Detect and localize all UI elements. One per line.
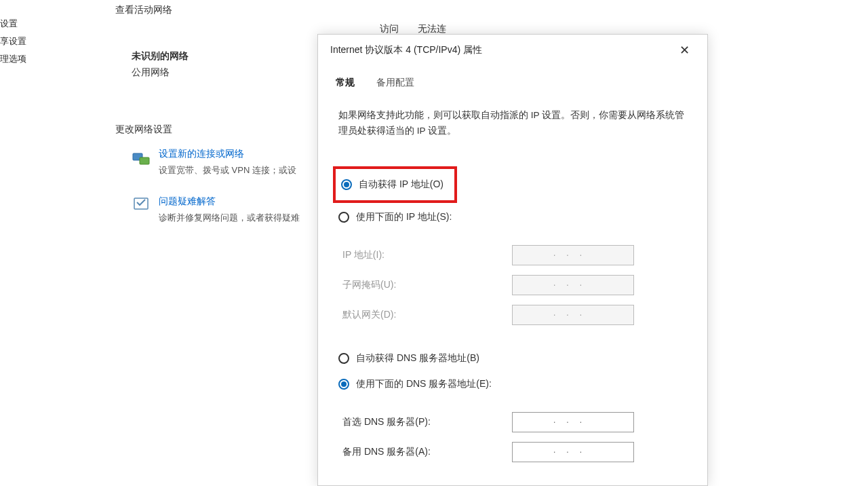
dns-radio-group: 自动获得 DNS 服务器地址(B) 使用下面的 DNS 服务器地址(E): [338,350,687,393]
auto-ip-highlight: 自动获得 IP 地址(O) [333,166,457,203]
subnet-mask-input: ... [512,275,634,295]
manual-dns-radio[interactable]: 使用下面的 DNS 服务器地址(E): [338,375,687,393]
ip-address-input: ... [512,245,634,265]
ip-radio-group: 自动获得 IP 地址(O) 使用下面的 IP 地址(S): [338,166,687,226]
ip-address-label: IP 地址(I): [342,249,512,261]
nav-item-manage[interactable]: 理选项 [0,50,26,68]
troubleshoot-link[interactable]: 问题疑难解答 [159,195,300,208]
tab-general[interactable]: 常规 [333,71,357,94]
gateway-input: ... [512,305,634,325]
preferred-dns-label: 首选 DNS 服务器(P): [342,416,512,428]
background-content: 查看活动网络 未识别的网络 公用网络 访问类型： 无法连接到 Internet … [115,4,300,243]
svg-rect-1 [140,157,149,164]
tab-alternate[interactable]: 备用配置 [374,71,417,94]
gateway-label: 默认网关(D): [342,309,512,321]
ipv4-properties-dialog: Internet 协议版本 4 (TCP/IPv4) 属性 ✕ 常规 备用配置 … [317,34,708,486]
subnet-mask-label: 子网掩码(U): [342,279,512,291]
manual-ip-label: 使用下面的 IP 地址(S): [356,211,452,223]
dialog-body: 如果网络支持此功能，则可以获取自动指派的 IP 设置。否则，你需要从网络系统管理… [318,94,707,486]
unknown-network-label: 未识别的网络 [132,50,300,62]
left-nav: 设置 享设置 理选项 [0,15,26,68]
troubleshoot-icon [132,195,151,214]
auto-ip-radio[interactable]: 自动获得 IP 地址(O) [341,176,443,193]
manual-dns-label: 使用下面的 DNS 服务器地址(E): [356,378,492,390]
auto-dns-label: 自动获得 DNS 服务器地址(B) [356,352,479,364]
alternate-dns-label: 备用 DNS 服务器(A): [342,446,512,458]
nav-item-share[interactable]: 享设置 [0,33,26,50]
dialog-title: Internet 协议版本 4 (TCP/IPv4) 属性 [330,44,482,56]
dialog-tabs: 常规 备用配置 [318,71,707,94]
new-connection-link[interactable]: 设置新的连接或网络 [159,148,296,160]
preferred-dns-input[interactable]: ... [512,412,634,432]
radio-unchecked-icon [338,353,349,364]
dns-fields: 首选 DNS 服务器(P): ... 备用 DNS 服务器(A): ... [338,412,687,462]
new-connection-desc: 设置宽带、拨号或 VPN 连接；或设 [159,164,296,176]
alternate-dns-input[interactable]: ... [512,442,634,462]
new-connection-icon [132,148,151,167]
radio-checked-icon [338,379,349,390]
info-text: 如果网络支持此功能，则可以获取自动指派的 IP 设置。否则，你需要从网络系统管理… [338,108,687,139]
close-button[interactable]: ✕ [674,41,695,59]
radio-checked-icon [341,179,352,190]
dialog-titlebar: Internet 协议版本 4 (TCP/IPv4) 属性 ✕ [318,35,707,66]
troubleshoot-desc: 诊断并修复网络问题，或者获得疑难 [159,212,300,224]
auto-ip-label: 自动获得 IP 地址(O) [359,179,443,191]
ip-fields: IP 地址(I): ... 子网掩码(U): ... 默认网关(D): ... [338,245,687,325]
manual-ip-radio[interactable]: 使用下面的 IP 地址(S): [338,208,687,226]
nav-item-settings[interactable]: 设置 [0,15,26,33]
change-settings-title: 更改网络设置 [115,124,300,136]
active-networks-title: 查看活动网络 [115,4,300,16]
radio-unchecked-icon [338,212,349,223]
auto-dns-radio[interactable]: 自动获得 DNS 服务器地址(B) [338,350,687,367]
public-network-label: 公用网络 [132,67,300,79]
